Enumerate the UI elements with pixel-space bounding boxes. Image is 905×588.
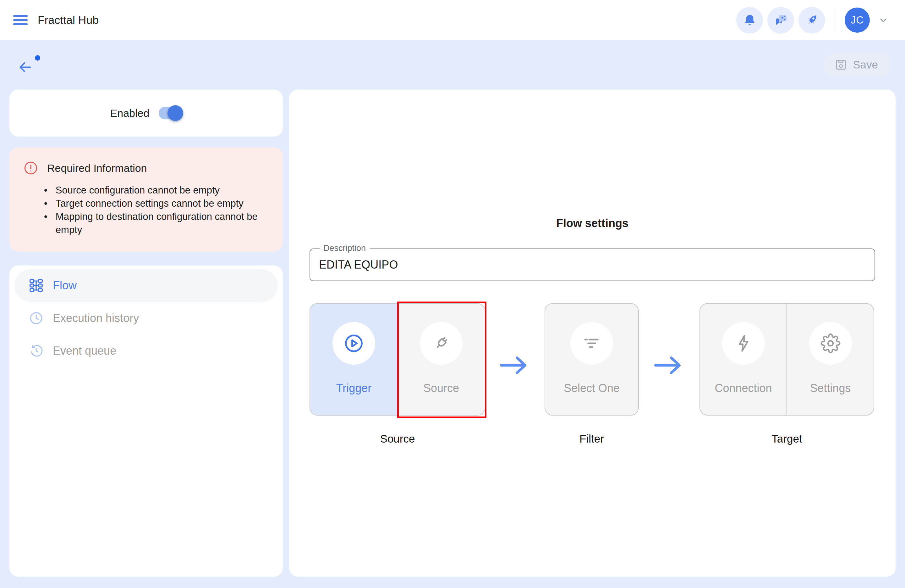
trigger-icon-circle [332,322,375,365]
sidebar-item-label: Execution history [53,312,139,325]
required-information-alert: Required Information Source configuratio… [10,147,283,252]
flow-icon [29,278,43,293]
settings-icon-circle [809,322,852,365]
sidebar-item-execution-history[interactable]: Execution history [14,302,278,334]
save-label: Save [853,59,878,71]
alert-item: Target connection settings cannot be emp… [44,197,269,210]
flow-settings-panel: Flow settings Description EDITA EQUIPO [289,90,895,577]
connection-icon-circle [722,322,765,365]
arrow-right-icon [653,354,686,377]
avatar[interactable]: JC [845,8,870,33]
arrow-right-icon [499,354,531,377]
alert-list: Source configuration cannot be empty Tar… [44,184,269,236]
lightning-icon [734,333,754,353]
app-header: Fracttal Hub [0,0,905,40]
sidebar: Enabled Required Information Source conf… [10,90,283,577]
app-title: Fracttal Hub [38,14,98,26]
notification-dot [35,55,40,60]
description-field[interactable]: Description EDITA EQUIPO [310,249,875,281]
alert-item: Mapping to destination configuration can… [44,210,269,236]
save-button[interactable]: Save [824,53,891,77]
flow-group-labels: Source Filter Target [310,433,895,445]
menu-hamburger-icon[interactable] [13,15,28,25]
trigger-step[interactable]: Trigger [310,304,397,415]
source-step-group: Trigger Source [310,303,486,415]
connection-step-label: Connection [714,382,772,395]
description-field-value: EDITA EQUIPO [319,249,398,281]
source-group-label: Source [310,433,486,445]
whats-new-button[interactable] [799,7,825,33]
target-connection-step[interactable]: Connection [700,304,787,415]
sidebar-item-label: Flow [53,279,77,292]
page-title: Flow settings [289,216,895,230]
sidebar-item-flow[interactable]: Flow [14,269,278,302]
target-group-label: Target [700,433,874,445]
filter-step-label: Select One [564,382,620,395]
sidebar-menu: Flow Execution history [10,265,283,577]
source-step-label: Source [423,382,459,395]
plug-icon [431,333,451,353]
rocket-icon [805,13,819,27]
play-circle-icon [344,333,364,353]
alert-item: Source configuration cannot be empty [44,184,269,197]
filter-icon-circle [570,322,613,365]
flow-arrow [486,303,545,415]
flow-arrow [639,303,700,415]
history-icon [29,344,43,358]
filter-step[interactable]: Select One [545,303,639,415]
enabled-label: Enabled [110,107,149,119]
settings-step-label: Settings [810,382,851,395]
save-floppy-icon [834,58,848,71]
alert-title: Required Information [47,162,147,174]
header-divider [835,8,835,32]
flow-diagram: Trigger Source [310,303,895,415]
assistant-chat-button[interactable] [767,7,794,33]
back-button[interactable] [17,55,40,76]
source-icon-circle [420,322,462,365]
chat-sparkles-icon [774,13,788,27]
filter-icon [582,333,602,353]
trigger-step-label: Trigger [336,382,372,395]
sidebar-item-label: Event queue [53,344,116,357]
target-step-group: Connection Settings [700,303,874,415]
chevron-down-icon [877,14,889,26]
header-actions: JC [736,7,889,33]
source-step[interactable]: Source [397,304,485,415]
enabled-toggle[interactable] [159,107,182,119]
gear-icon [821,333,841,353]
clock-icon [29,311,43,325]
bell-icon [743,13,757,27]
notifications-button[interactable] [736,7,763,33]
filter-group-label: Filter [545,433,639,445]
account-menu-button[interactable] [877,14,889,26]
sidebar-item-event-queue[interactable]: Event queue [14,334,278,367]
target-settings-step[interactable]: Settings [787,304,873,415]
enabled-card: Enabled [10,90,283,136]
alert-circle-icon [23,160,38,176]
